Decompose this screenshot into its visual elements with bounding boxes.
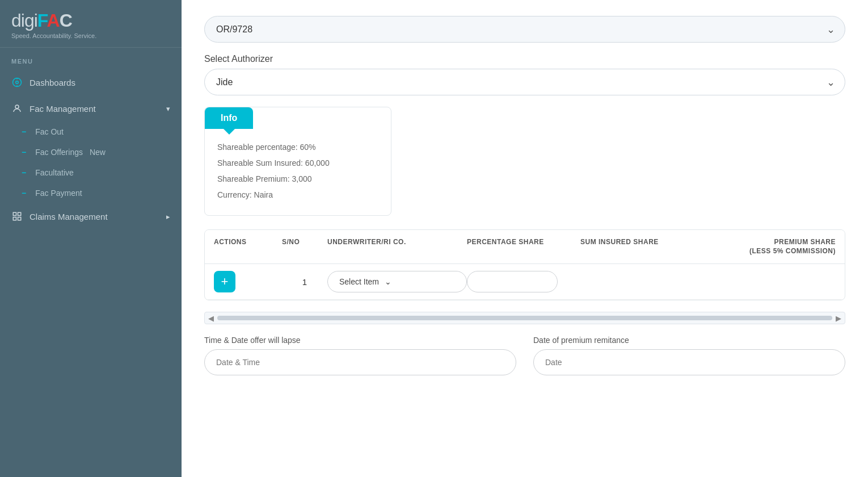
svg-rect-7 (13, 217, 16, 220)
select-item-chevron: ⌄ (385, 277, 391, 286)
svg-point-4 (15, 105, 19, 108)
svg-rect-5 (13, 212, 16, 215)
facultative-label: Facultative (35, 168, 74, 177)
authorizer-label: Select Authorizer (204, 54, 845, 64)
table-section: ACTIONS S/NO UNDERWRITER/RI Co. PERCENTA… (204, 229, 845, 300)
authorizer-select-wrapper: Jide ⌄ (204, 69, 845, 95)
info-tab: Info (205, 107, 253, 129)
info-card: Info Shareable percentage: 60% Shareable… (204, 107, 391, 216)
sidebar-item-fac-management[interactable]: Fac Management ▾ (0, 95, 182, 122)
fac-out-dash: − (22, 127, 26, 136)
fac-management-chevron: ▾ (166, 104, 170, 113)
logo-area: digiFAC Speed. Accountability. Service. (0, 0, 182, 48)
horizontal-scrollbar[interactable]: ◀ ▶ (204, 312, 845, 324)
th-actions: ACTIONS (214, 238, 282, 256)
logo-a: A (47, 10, 60, 31)
fac-payment-label: Fac Payment (35, 189, 82, 198)
fac-management-label: Fac Management (30, 104, 96, 114)
th-percentage-share: PERCENTAGE SHARE (467, 238, 580, 256)
sidebar: digiFAC Speed. Accountability. Service. … (0, 0, 182, 477)
percentage-share-input[interactable] (467, 271, 558, 292)
scroll-left-arrow[interactable]: ◀ (208, 314, 214, 323)
sidebar-item-dashboards[interactable]: Dashboards (0, 69, 182, 95)
date-offer-group: Time & Date offer will lapse (204, 336, 516, 375)
fac-offerings-badge: New (90, 148, 106, 157)
logo-digi: digi (11, 10, 37, 31)
table-header: ACTIONS S/NO UNDERWRITER/RI Co. PERCENTA… (205, 230, 845, 264)
th-underwriter: UNDERWRITER/RI Co. (327, 238, 467, 256)
svg-rect-8 (18, 217, 21, 220)
claims-management-label: Claims Management (30, 212, 108, 221)
info-shareable-percentage: Shareable percentage: 60% (217, 141, 378, 153)
menu-label: MENU (0, 48, 182, 69)
sidebar-item-claims-management[interactable]: Claims Management ▸ (0, 203, 182, 229)
fac-offerings-label: Fac Offerings (35, 148, 83, 157)
svg-point-1 (16, 81, 19, 84)
top-select-wrapper: OR/9728 ⌄ (204, 16, 845, 43)
row-percentage-wrapper (467, 271, 580, 292)
bottom-form: Time & Date offer will lapse Date of pre… (204, 336, 845, 375)
authorizer-select[interactable]: Jide (204, 69, 845, 95)
dashboards-icon (11, 77, 23, 88)
svg-rect-6 (18, 212, 21, 215)
logo-c: C (60, 10, 72, 31)
date-premium-input[interactable] (533, 349, 845, 375)
claims-icon (11, 211, 23, 222)
row-number: 1 (282, 277, 327, 287)
fac-offerings-dash: − (22, 148, 26, 157)
select-item-button[interactable]: Select Item ⌄ (327, 271, 467, 292)
date-offer-input[interactable] (204, 349, 516, 375)
facultative-dash: − (22, 168, 26, 177)
authorizer-section: Select Authorizer Jide ⌄ (204, 54, 845, 95)
add-row-button[interactable]: + (214, 271, 235, 292)
info-shareable-sum-insured: Shareable Sum Insured: 60,000 (217, 157, 378, 169)
date-offer-label: Time & Date offer will lapse (204, 336, 516, 345)
sidebar-item-fac-out[interactable]: − Fac Out (0, 122, 182, 142)
select-item-label: Select Item (339, 277, 379, 286)
fac-management-icon (11, 103, 23, 114)
row-underwriter-select-wrapper: Select Item ⌄ (327, 271, 467, 292)
logo: digiFAC (11, 10, 170, 31)
date-premium-group: Date of premium remitance (533, 336, 845, 375)
logo-subtitle: Speed. Accountability. Service. (11, 32, 170, 39)
main-content: OR/9728 ⌄ Select Authorizer Jide ⌄ Info … (182, 0, 868, 477)
info-shareable-premium: Shareable Premium: 3,000 (217, 173, 378, 185)
info-body: Shareable percentage: 60% Shareable Sum … (205, 129, 391, 215)
th-premium-share: PREMIUM SHARE (Less 5% commission) (694, 238, 836, 256)
info-currency: Currency: Naira (217, 189, 378, 201)
table-row: + 1 Select Item ⌄ (205, 264, 845, 300)
scroll-right-arrow[interactable]: ▶ (836, 314, 841, 323)
date-premium-label: Date of premium remitance (533, 336, 845, 345)
fac-payment-dash: − (22, 189, 26, 198)
scroll-track[interactable] (217, 316, 832, 320)
logo-f: F (37, 10, 47, 31)
row-actions: + (214, 271, 282, 292)
th-sum-insured: SUM INSURED SHARE (580, 238, 694, 256)
sidebar-item-facultative[interactable]: − Facultative (0, 162, 182, 183)
th-sno: S/NO (282, 238, 327, 256)
sidebar-item-fac-payment[interactable]: − Fac Payment (0, 183, 182, 203)
claims-chevron: ▸ (166, 212, 170, 221)
sidebar-item-fac-offerings[interactable]: − Fac Offerings New (0, 142, 182, 162)
fac-out-label: Fac Out (35, 127, 64, 136)
top-select[interactable]: OR/9728 (204, 16, 845, 43)
dashboards-label: Dashboards (30, 78, 75, 87)
